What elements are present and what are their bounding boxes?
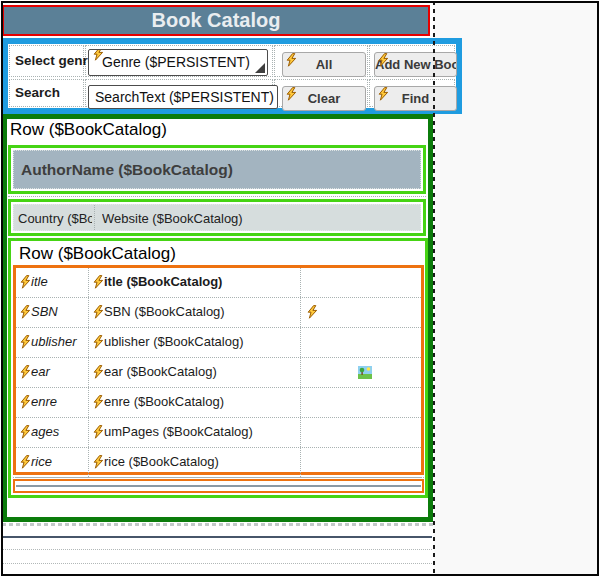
book-info-static-table: itle itle ($BookCatalog) SBN SBN ($BookC… <box>13 265 424 475</box>
book-table-row: SBN SBN ($BookCatalog) <box>16 298 421 328</box>
bolt-icon <box>20 455 31 469</box>
book-field-label: rice <box>31 454 52 469</box>
bolt-icon <box>93 455 104 469</box>
select-genre-label: Select genre <box>15 53 95 68</box>
book-field-value-cell: enre ($BookCatalog) <box>93 388 299 417</box>
search-label: Search <box>15 85 60 100</box>
clear-button[interactable]: Clear <box>282 86 366 111</box>
row-separator <box>13 477 424 478</box>
book-field-value: ublisher ($BookCatalog) <box>104 334 243 349</box>
book-catalog-title-label: Book Catalog <box>2 5 430 36</box>
book-field-value: umPages ($BookCatalog) <box>104 424 253 439</box>
bolt-icon <box>93 395 104 409</box>
bolt-icon <box>93 49 104 61</box>
book-field-value-cell: rice ($BookCatalog) <box>93 448 299 477</box>
country-field: Country ($BookCatalog) <box>18 205 92 230</box>
bolt-icon <box>20 335 31 349</box>
bolt-icon <box>20 395 31 409</box>
stylevision-design-view: 1: Label2: Static Table with two rows3: … <box>0 0 600 577</box>
bolt-icon <box>20 305 31 319</box>
add-new-book-button[interactable]: Add New Book <box>374 52 457 77</box>
all-button[interactable]: All <box>282 52 366 77</box>
image-icon <box>358 366 372 379</box>
author-details-fill: Country ($BookCatalog) Website ($BookCat… <box>13 204 421 231</box>
book-field-label-cell: ages <box>20 418 88 447</box>
author-name-field: AuthorName ($BookCatalog) <box>13 150 421 189</box>
cell-separator <box>94 205 95 230</box>
book-field-label: ages <box>31 424 59 439</box>
book-row-extra-cell <box>301 448 421 477</box>
book-field-value: itle ($BookCatalog) <box>104 274 222 289</box>
book-field-value: enre ($BookCatalog) <box>104 394 224 409</box>
clear-button-label: Clear <box>308 91 341 106</box>
bolt-icon <box>286 87 297 101</box>
bolt-icon <box>20 275 31 289</box>
book-field-value: rice ($BookCatalog) <box>104 454 219 469</box>
bolt-icon <box>20 425 31 439</box>
book-row-extra-cell <box>301 418 421 447</box>
book-row-extra-cell <box>301 358 421 387</box>
book-table-row: ages umPages ($BookCatalog) <box>16 418 421 448</box>
book-field-label: SBN <box>31 304 58 319</box>
website-field: Website ($BookCatalog) <box>102 205 418 230</box>
book-table-row: ear ear ($BookCatalog) <box>16 358 421 388</box>
author-repeating-table: Row ($BookCatalog) AuthorName ($BookCata… <box>2 114 433 522</box>
author-row-tag: Row ($BookCatalog) <box>10 120 167 140</box>
book-field-label-cell: SBN <box>20 298 88 327</box>
row-separator <box>8 196 426 197</box>
bolt-icon <box>378 87 389 101</box>
book-field-label: ublisher <box>31 334 77 349</box>
book-field-value-cell: umPages ($BookCatalog) <box>93 418 299 447</box>
book-field-value: ear ($BookCatalog) <box>104 364 217 379</box>
book-table-row: ublisher ublisher ($BookCatalog) <box>16 328 421 358</box>
book-field-value: SBN ($BookCatalog) <box>104 304 225 319</box>
all-button-label: All <box>316 57 333 72</box>
book-dynamic-row: ` Row ($BookCatalog) itle itle ($BookCat… <box>8 238 428 498</box>
book-row-extra-cell <box>301 328 421 357</box>
book-field-value-cell: ear ($BookCatalog) <box>93 358 299 387</box>
book-field-label: ear <box>31 364 50 379</box>
book-row-extra-cell <box>301 388 421 417</box>
find-button-label: Find <box>402 91 429 106</box>
design-margin-dashed-line <box>433 1 435 576</box>
bolt-icon <box>93 425 104 439</box>
author-name-row: AuthorName ($BookCatalog) <box>8 145 426 194</box>
tag-anchor-mark: ` <box>14 237 18 251</box>
horizontal-rule <box>16 485 421 487</box>
book-field-label-cell: ear <box>20 358 88 387</box>
book-field-value-cell: itle ($BookCatalog) <box>93 268 299 297</box>
book-field-label-cell: rice <box>20 448 88 477</box>
book-row-extra-cell <box>301 268 421 297</box>
bolt-icon <box>378 53 389 67</box>
search-text-input[interactable]: SearchText ($PERSISTENT) <box>88 85 278 109</box>
search-text-value: SearchText ($PERSISTENT) <box>95 89 274 105</box>
dropdown-arrow-icon[interactable] <box>255 63 265 73</box>
empty-row-dots <box>3 563 432 564</box>
book-field-label-cell: itle <box>20 268 88 297</box>
author-details-row: Country ($BookCatalog) Website ($BookCat… <box>8 199 426 236</box>
horizontal-rule-element <box>13 479 424 493</box>
search-static-table: Select genre Genre ($PERSISTENT) All Add… <box>2 38 462 114</box>
book-field-value-cell: SBN ($BookCatalog) <box>93 298 299 327</box>
book-rows: itle itle ($BookCatalog) SBN SBN ($BookC… <box>16 268 421 478</box>
bolt-icon <box>93 275 104 289</box>
book-row-tag: Row ($BookCatalog) <box>19 244 176 264</box>
footer-rule <box>3 536 432 538</box>
book-table-row: enre enre ($BookCatalog) <box>16 388 421 418</box>
bolt-icon <box>93 305 104 319</box>
book-field-label: itle <box>31 274 48 289</box>
bolt-icon <box>307 305 318 319</box>
book-field-label-cell: enre <box>20 388 88 417</box>
bolt-icon <box>93 365 104 379</box>
book-row-extra-cell <box>301 298 421 327</box>
empty-row-dots <box>3 549 432 550</box>
genre-combobox[interactable]: Genre ($PERSISTENT) <box>88 49 268 76</box>
bolt-icon <box>286 53 297 67</box>
bolt-icon <box>20 365 31 379</box>
book-field-value-cell: ublisher ($BookCatalog) <box>93 328 299 357</box>
book-field-label-cell: ublisher <box>20 328 88 357</box>
section-boundary-dashes <box>2 523 433 526</box>
book-table-row: itle itle ($BookCatalog) <box>16 268 421 298</box>
find-button[interactable]: Find <box>374 86 457 111</box>
bolt-icon <box>93 335 104 349</box>
